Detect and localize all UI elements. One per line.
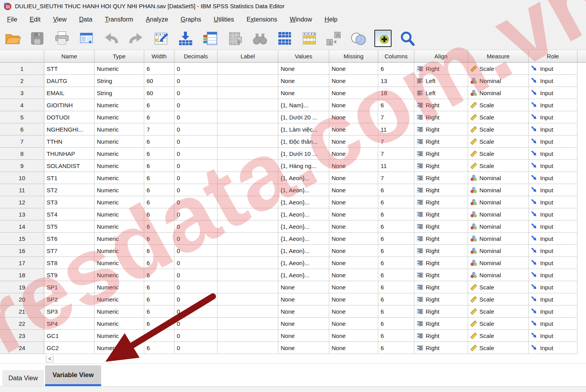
cell-name[interactable]: EMAIL xyxy=(44,87,94,99)
cell-missing[interactable]: None xyxy=(329,293,378,305)
cell-name[interactable]: ST6 xyxy=(44,233,94,245)
cell-type[interactable]: Numeric xyxy=(94,99,144,111)
cell-cols[interactable]: 7 xyxy=(378,111,414,123)
cell-missing[interactable]: None xyxy=(329,233,378,245)
cell-measure[interactable]: Nominal xyxy=(468,196,529,208)
cell-missing[interactable]: None xyxy=(329,257,378,269)
cell-role[interactable]: Input xyxy=(529,293,577,305)
go-to-case-button[interactable] xyxy=(152,30,169,47)
cell-cols[interactable]: 7 xyxy=(378,172,414,184)
cell-measure[interactable]: Scale xyxy=(468,123,529,135)
cell-width[interactable]: 6 xyxy=(144,208,174,220)
cell-role[interactable]: Input xyxy=(529,281,577,293)
cell-missing[interactable]: None xyxy=(329,196,378,208)
cell-name[interactable]: NGHENGHI... xyxy=(44,123,94,135)
cell-missing[interactable]: None xyxy=(329,318,378,330)
cell-measure[interactable]: Scale xyxy=(468,281,529,293)
cell-dec[interactable]: 0 xyxy=(174,135,218,148)
cell-name[interactable]: ST8 xyxy=(44,257,94,269)
cell-role[interactable]: Input xyxy=(529,208,577,220)
cell-missing[interactable]: None xyxy=(329,63,378,75)
row-number[interactable]: 2 xyxy=(0,75,44,87)
row-number[interactable]: 15 xyxy=(0,233,44,245)
row-number[interactable]: 4 xyxy=(0,99,44,111)
cell-align[interactable]: Right xyxy=(414,293,468,305)
cell-width[interactable]: 6 xyxy=(144,220,174,233)
select-cases-button[interactable] xyxy=(300,30,317,47)
cell-values[interactable]: {1, Dưới 10 ... xyxy=(278,148,329,160)
cell-name[interactable]: ST3 xyxy=(44,196,94,208)
cell-width[interactable]: 6 xyxy=(144,160,174,172)
cell-name[interactable]: GC1 xyxy=(44,330,94,342)
cell-measure[interactable]: Nominal xyxy=(468,75,529,87)
cell-width[interactable]: 6 xyxy=(144,330,174,342)
menu-transform[interactable]: Transform xyxy=(99,14,140,25)
cell-cols[interactable]: 7 xyxy=(378,148,414,160)
scroll-left-button[interactable]: < xyxy=(46,355,54,363)
cell-name[interactable]: SP1 xyxy=(44,281,94,293)
cell-role[interactable]: Input xyxy=(529,148,577,160)
cell-label[interactable] xyxy=(218,330,278,342)
cell-label[interactable] xyxy=(218,75,278,87)
cell-width[interactable]: 6 xyxy=(144,257,174,269)
cell-label[interactable] xyxy=(218,99,278,111)
cell-measure[interactable]: Nominal xyxy=(468,245,529,257)
cell-width[interactable]: 6 xyxy=(144,318,174,330)
cell-role[interactable]: Input xyxy=(529,99,577,111)
cell-cols[interactable]: 6 xyxy=(378,330,414,342)
cell-measure[interactable]: Scale xyxy=(468,63,529,75)
cell-align[interactable]: Right xyxy=(414,208,468,220)
cell-dec[interactable]: 0 xyxy=(174,63,218,75)
cell-role[interactable]: Input xyxy=(529,172,577,184)
cell-type[interactable]: Numeric xyxy=(94,293,144,305)
cell-missing[interactable]: None xyxy=(329,172,378,184)
cell-role[interactable]: Input xyxy=(529,269,577,281)
cell-cols[interactable]: 18 xyxy=(378,87,414,99)
cell-dec[interactable]: 0 xyxy=(174,257,218,269)
cell-cols[interactable]: 6 xyxy=(378,318,414,330)
cell-role[interactable]: Input xyxy=(529,111,577,123)
cell-cols[interactable]: 6 xyxy=(378,220,414,233)
cell-name[interactable]: ST5 xyxy=(44,220,94,233)
cell-cols[interactable]: 6 xyxy=(378,196,414,208)
cell-cols[interactable]: 6 xyxy=(378,233,414,245)
cell-dec[interactable]: 0 xyxy=(174,160,218,172)
cell-align[interactable]: Right xyxy=(414,148,468,160)
cell-type[interactable]: Numeric xyxy=(94,148,144,160)
cell-values[interactable]: None xyxy=(278,63,329,75)
cell-type[interactable]: Numeric xyxy=(94,63,144,75)
cell-role[interactable]: Input xyxy=(529,305,577,318)
cell-cols[interactable]: 6 xyxy=(378,257,414,269)
cell-label[interactable] xyxy=(218,63,278,75)
cell-label[interactable] xyxy=(218,293,278,305)
row-number[interactable]: 5 xyxy=(0,111,44,123)
cell-width[interactable]: 7 xyxy=(144,123,174,135)
cell-values[interactable]: {1, Làm việc... xyxy=(278,123,329,135)
cell-role[interactable]: Input xyxy=(529,135,577,148)
cell-missing[interactable]: None xyxy=(329,123,378,135)
cell-align[interactable]: Right xyxy=(414,220,468,233)
row-number[interactable]: 21 xyxy=(0,305,44,318)
cell-width[interactable]: 60 xyxy=(144,87,174,99)
cell-type[interactable]: Numeric xyxy=(94,257,144,269)
cell-name[interactable]: ST1 xyxy=(44,172,94,184)
cell-cols[interactable]: 6 xyxy=(378,208,414,220)
row-number[interactable]: 22 xyxy=(0,318,44,330)
cell-dec[interactable]: 0 xyxy=(174,305,218,318)
cell-cols[interactable]: 6 xyxy=(378,293,414,305)
tab-data-view[interactable]: Data View xyxy=(2,370,44,386)
cell-cols[interactable]: 6 xyxy=(378,245,414,257)
cell-align[interactable]: Right xyxy=(414,160,468,172)
menu-data[interactable]: Data xyxy=(73,14,99,25)
horizontal-scrollbar[interactable]: < xyxy=(0,354,586,364)
cell-label[interactable] xyxy=(218,196,278,208)
cell-dec[interactable]: 0 xyxy=(174,148,218,160)
cell-width[interactable]: 60 xyxy=(144,75,174,87)
cell-width[interactable]: 6 xyxy=(144,269,174,281)
cell-align[interactable]: Right xyxy=(414,305,468,318)
cell-label[interactable] xyxy=(218,135,278,148)
cell-align[interactable]: Left xyxy=(414,87,468,99)
cell-width[interactable]: 6 xyxy=(144,342,174,354)
cell-values[interactable]: {1, Nam}... xyxy=(278,99,329,111)
row-number[interactable]: 17 xyxy=(0,257,44,269)
